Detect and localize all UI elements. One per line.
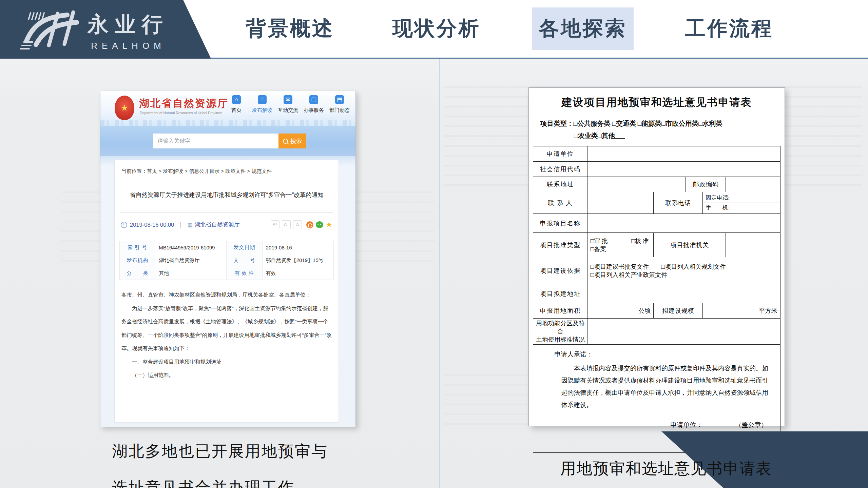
divider — [120, 236, 333, 236]
pledge-title: 申请人承诺： — [554, 350, 772, 359]
weibo-share-icon[interactable] — [306, 221, 313, 228]
search-input[interactable] — [153, 134, 283, 148]
tab-work-process[interactable]: 工作流程 — [678, 7, 780, 50]
checkbox-verification[interactable]: □核 准 — [631, 237, 649, 245]
tab-background-overview[interactable]: 背景概述 — [239, 7, 341, 50]
nav-label: 部门动态 — [328, 107, 351, 114]
website-nav-services[interactable]: ▢ 办事服务 — [303, 95, 325, 114]
field-label-fixed-phone[interactable]: 固定电话: — [703, 193, 780, 203]
project-type-line2[interactable]: □农业类□其他___ — [574, 130, 785, 142]
basis-options: □项目建议书批复文件 □项目列入相关规划文件 □项目列入相关产业政策文件 — [587, 257, 780, 284]
info-value: 2019-08-16 — [262, 241, 333, 254]
building-icon: ▦ — [188, 222, 192, 227]
table-row: 联系地址 邮政编码 — [533, 177, 780, 192]
nav-label: 首页 — [225, 107, 248, 114]
field-label-build-scale: 拟建设规模 — [654, 303, 703, 319]
presentation-slide: 永业行 REALHOM 背景概述 现状分析 各地探索 工作流程 ★ 湖北省自然资… — [0, 0, 868, 488]
font-reset-button[interactable]: A — [293, 220, 302, 229]
tab-regional-exploration[interactable]: 各地探索 — [532, 7, 634, 50]
field-input-applicant[interactable] — [587, 146, 780, 162]
sign-unit-label: 申请单位： — [670, 421, 702, 429]
article-paragraph: 各市、州、直管市、神农架林区自然资源和规划局，厅机关各处室、各直属单位： — [121, 288, 332, 302]
table-row: 发布机构 湖北省自然资源厅 文 号 鄂自然资发【2019】15号 — [120, 254, 334, 267]
table-row: 项目拟建地址 — [533, 284, 780, 303]
font-increase-button[interactable]: A⁺ — [271, 220, 279, 229]
field-input-approval-org[interactable] — [726, 233, 780, 257]
brand-name-cn: 永业行 — [88, 10, 169, 39]
checkbox-approval[interactable]: □审 批 — [590, 237, 607, 245]
table-row: 申报项目名称 — [533, 214, 780, 233]
website-nav-home[interactable]: ⌂ 首页 — [225, 95, 248, 114]
info-value: 其他 — [155, 267, 227, 280]
field-input-land-area[interactable]: 公顷 — [587, 303, 654, 319]
hubei-website-screenshot: ★ 湖北省自然资源厅 Department of Natural Resourc… — [100, 91, 356, 427]
nav-tabs: 背景概述 现状分析 各地探索 工作流程 — [239, 0, 780, 57]
nav-label: 发布解读 — [251, 107, 273, 114]
pledge-body: 本表填报内容及提交的所有资料的原件或复印件及其内容是真实的。如因隐瞒有关情况或者… — [541, 362, 772, 411]
article-paragraph: 一、整合建设项目用地预审和规划选址 — [121, 355, 332, 369]
field-input-address[interactable] — [587, 177, 686, 192]
field-label-site-address: 项目拟建地址 — [533, 284, 587, 303]
field-input-credit-code[interactable] — [587, 162, 780, 177]
table-row: 申请单位 — [533, 146, 780, 162]
font-decrease-button[interactable]: A⁻ — [282, 220, 291, 229]
checkbox-listed-in-plan-doc[interactable]: □项目列入相关规划文件 — [661, 263, 726, 271]
form-title: 建设项目用地预审和选址意见书申请表 — [529, 95, 785, 109]
bookmark-icon: ▢ — [309, 95, 318, 104]
article-card: 当前位置：首页 > 发布解读 > 信息公开目录 > 政策文件 > 规范文件 省自… — [114, 160, 339, 423]
folder-icon: ▤ — [335, 95, 344, 104]
info-label: 文 号 — [227, 254, 262, 267]
search-button-label: 搜索 — [290, 137, 302, 145]
wechat-share-icon[interactable] — [316, 221, 323, 228]
field-label-postcode: 邮政编码 — [686, 177, 726, 192]
tab-current-analysis[interactable]: 现状分析 — [386, 7, 487, 50]
official-seal-label: （盖公章） — [735, 421, 767, 429]
field-label-contact: 联 系 人 — [533, 192, 587, 214]
checkbox-industry-policy-doc[interactable]: □项目列入相关产业政策文件 — [590, 271, 777, 279]
field-input-site-address[interactable] — [587, 284, 780, 303]
application-form-table: 申请单位 社会信用代码 联系地址 邮政编码 联 系 人 联系电话 固定电话: — [533, 146, 780, 453]
breadcrumb[interactable]: 当前位置：首页 > 发布解读 > 信息公开目录 > 政策文件 > 规范文件 — [121, 168, 332, 175]
info-value: 有效 — [262, 267, 333, 280]
checkbox-filing[interactable]: □备案 — [590, 245, 651, 253]
realhom-logo-icon — [16, 9, 84, 49]
field-input-zoning[interactable] — [587, 319, 780, 345]
info-label: 有 效 性 — [227, 267, 262, 280]
field-label-mobile[interactable]: 手 机: — [703, 203, 780, 212]
emblem-star-icon: ★ — [120, 103, 128, 112]
website-body: 当前位置：首页 > 发布解读 > 信息公开目录 > 政策文件 > 规范文件 省自… — [100, 156, 355, 427]
field-label-applicant: 申请单位 — [533, 146, 587, 162]
field-input-build-scale[interactable]: 平方米 — [703, 303, 780, 319]
field-label-approval-org: 项目批准机关 — [654, 233, 726, 257]
zoning-label-line2: 土地使用标准情况 — [535, 336, 586, 344]
project-type-options: 项目类型：□公共服务类 □交通类 □能源类□市政公用类□水利类 □农业类□其他_… — [540, 118, 785, 142]
favorite-star-icon[interactable]: ★ — [326, 221, 332, 228]
search-button[interactable]: 搜索 — [278, 134, 306, 148]
signature-row: 申请单位： （盖公章） — [541, 421, 772, 429]
info-label: 发文日期 — [227, 241, 262, 254]
table-row: 分 类 其他 有 效 性 有效 — [120, 267, 334, 280]
document-icon: ≣ — [258, 95, 267, 104]
field-input-postcode[interactable] — [726, 177, 780, 192]
phone-cell: 固定电话: 手 机: — [703, 192, 780, 214]
info-value: 湖北省自然资源厅 — [155, 254, 227, 267]
article-title: 省自然资源厅关于推进建设用地审批和城乡规划许可“多审合一”改革的通知 — [124, 190, 329, 200]
application-form-sheet: 建设项目用地预审和选址意见书申请表 项目类型：□公共服务类 □交通类 □能源类□… — [528, 87, 785, 426]
field-input-contact[interactable] — [587, 192, 654, 214]
home-icon: ⌂ — [232, 95, 241, 104]
table-row: 项目批准类型 □审 批 □核 准 □备案 项目批准机关 — [533, 233, 780, 257]
brand: 永业行 REALHOM — [88, 10, 169, 51]
checkbox-proposal-approval-doc[interactable]: □项目建议书批复文件 — [590, 263, 649, 271]
website-nav-releases[interactable]: ≣ 发布解读 — [251, 95, 273, 114]
info-label: 分 类 — [120, 267, 155, 280]
website-nav-updates[interactable]: ▤ 部门动态 — [328, 95, 351, 114]
logo-block: 永业行 REALHOM — [0, 0, 217, 59]
field-label-basis: 项目建设依据 — [533, 257, 587, 284]
table-row: 索 引 号 MB1644959/2019-61099 发文日期 2019-08-… — [120, 241, 334, 254]
project-type-line1[interactable]: 项目类型：□公共服务类 □交通类 □能源类□市政公用类□水利类 — [540, 118, 785, 130]
website-nav-interaction[interactable]: ✉ 互动交流 — [277, 95, 299, 114]
document-info-table: 索 引 号 MB1644959/2019-61099 发文日期 2019-08-… — [119, 241, 334, 280]
meta-separator: ｜ — [178, 221, 184, 228]
field-input-project-name[interactable] — [587, 214, 780, 233]
search-band: 搜索 — [100, 126, 355, 156]
